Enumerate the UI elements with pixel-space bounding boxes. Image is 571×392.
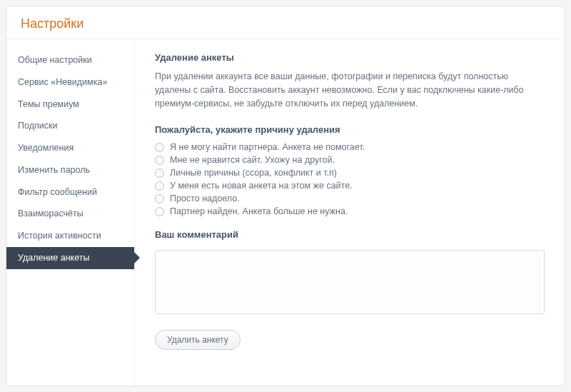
sidebar-item-label: Взаиморасчёты [18, 208, 84, 218]
sidebar-item-label: Изменить пароль [18, 165, 90, 175]
reason-label: Мне не нравится сайт. Ухожу на другой. [170, 155, 335, 165]
delete-heading: Удаление анкеты [155, 52, 545, 63]
sidebar-item-1[interactable]: Сервис «Невидимка» [6, 71, 134, 94]
reason-option-5[interactable]: Партнер найден. Анкета больше не нужна. [155, 206, 545, 216]
reason-option-0[interactable]: Я не могу найти партнера. Анкета не помо… [155, 142, 545, 152]
radio-icon [155, 181, 164, 191]
sidebar-item-2[interactable]: Темы премиум [6, 94, 134, 116]
page-title: Настройки [21, 16, 550, 31]
reason-label: У меня есть новая анкета на этом же сайт… [170, 181, 353, 191]
radio-icon [155, 194, 164, 203]
panel-body: Общие настройкиСервис «Невидимка»Темы пр… [6, 39, 565, 386]
sidebar-item-label: Уведомления [18, 143, 74, 153]
radio-icon [155, 143, 164, 152]
sidebar-item-label: Удаление анкеты [18, 253, 89, 263]
reason-option-2[interactable]: Личные причины (ссора, конфликт и т.п) [155, 168, 545, 178]
radio-icon [155, 156, 164, 165]
reason-option-1[interactable]: Мне не нравится сайт. Ухожу на другой. [155, 155, 545, 165]
sidebar-item-0[interactable]: Общие настройки [6, 49, 134, 71]
radio-icon [155, 207, 164, 216]
reason-label: Личные причины (ссора, конфликт и т.п) [170, 168, 337, 178]
comment-textarea[interactable] [155, 250, 545, 314]
sidebar-item-5[interactable]: Изменить пароль [6, 159, 134, 181]
sidebar-item-label: Темы премиум [18, 99, 79, 109]
reason-label: Я не могу найти партнера. Анкета не помо… [170, 142, 365, 152]
reason-option-3[interactable]: У меня есть новая анкета на этом же сайт… [155, 181, 545, 191]
reason-option-4[interactable]: Просто надоело. [155, 194, 545, 203]
delete-description: При удалении аккаунта все ваши данные, ф… [155, 70, 545, 110]
sidebar: Общие настройкиСервис «Невидимка»Темы пр… [6, 39, 135, 386]
sidebar-item-4[interactable]: Уведомления [6, 137, 134, 159]
panel-header: Настройки [6, 6, 565, 39]
settings-panel: Настройки Общие настройкиСервис «Невидим… [6, 6, 565, 386]
sidebar-item-label: Общие настройки [18, 55, 92, 65]
sidebar-item-3[interactable]: Подписки [6, 115, 134, 137]
reason-radio-group: Я не могу найти партнера. Анкета не помо… [155, 142, 545, 216]
reason-label: Партнер найден. Анкета больше не нужна. [170, 206, 348, 216]
reason-heading: Пожалуйста, укажите причину удаления [155, 124, 545, 135]
sidebar-item-label: Сервис «Невидимка» [18, 77, 107, 87]
comment-label: Ваш комментарий [155, 229, 545, 240]
radio-icon [155, 169, 164, 178]
reason-label: Просто надоело. [170, 194, 240, 203]
sidebar-item-7[interactable]: Взаиморасчёты [6, 203, 134, 225]
content-area: Удаление анкеты При удалении аккаунта вс… [135, 39, 565, 386]
sidebar-item-8[interactable]: История активности [6, 225, 134, 247]
sidebar-item-label: Фильтр сообщений [18, 187, 97, 197]
sidebar-item-9[interactable]: Удаление анкеты [6, 247, 134, 269]
delete-button[interactable]: Удалить анкету [155, 330, 241, 350]
sidebar-item-label: История активности [18, 231, 101, 241]
sidebar-item-6[interactable]: Фильтр сообщений [6, 181, 134, 203]
sidebar-item-label: Подписки [18, 121, 57, 131]
